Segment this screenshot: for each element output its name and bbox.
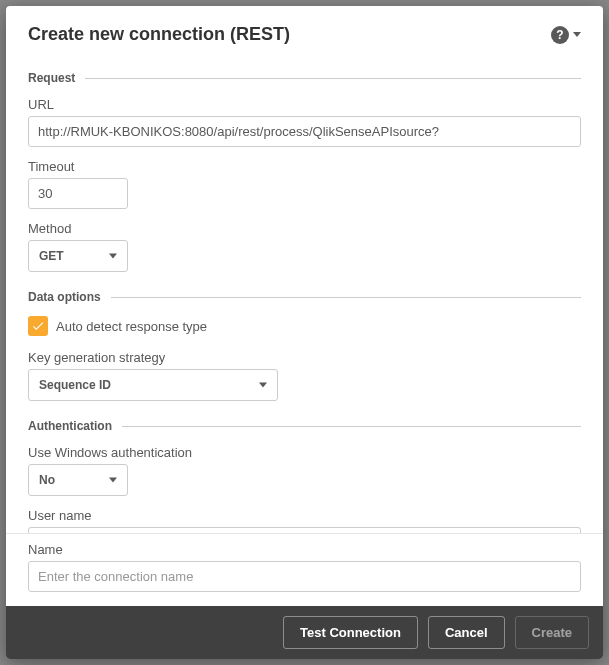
timeout-input[interactable] bbox=[28, 178, 128, 209]
section-divider bbox=[111, 297, 581, 298]
timeout-label: Timeout bbox=[28, 159, 581, 174]
url-field: URL bbox=[28, 97, 581, 147]
dialog-footer: Test Connection Cancel Create bbox=[6, 606, 603, 659]
create-button[interactable]: Create bbox=[515, 616, 589, 649]
name-section: Name bbox=[6, 533, 603, 606]
auto-detect-row: Auto detect response type bbox=[28, 316, 581, 336]
key-gen-select[interactable]: Sequence ID bbox=[28, 369, 278, 401]
chevron-down-icon bbox=[109, 254, 117, 259]
username-input[interactable] bbox=[28, 527, 581, 533]
data-options-section: Data options Auto detect response type K… bbox=[28, 290, 581, 401]
check-icon bbox=[31, 319, 45, 333]
chevron-down-icon bbox=[109, 478, 117, 483]
timeout-field: Timeout bbox=[28, 159, 581, 209]
method-label: Method bbox=[28, 221, 581, 236]
section-header-request: Request bbox=[28, 71, 581, 85]
section-divider bbox=[85, 78, 581, 79]
authentication-section: Authentication Use Windows authenticatio… bbox=[28, 419, 581, 533]
name-input[interactable] bbox=[28, 561, 581, 592]
windows-auth-label: Use Windows authentication bbox=[28, 445, 581, 460]
dialog-title: Create new connection (REST) bbox=[28, 24, 290, 45]
windows-auth-select[interactable]: No bbox=[28, 464, 128, 496]
windows-auth-value: No bbox=[39, 473, 55, 487]
key-gen-label: Key generation strategy bbox=[28, 350, 581, 365]
auto-detect-checkbox[interactable] bbox=[28, 316, 48, 336]
section-header-data-options: Data options bbox=[28, 290, 581, 304]
section-title-authentication: Authentication bbox=[28, 419, 112, 433]
auto-detect-label: Auto detect response type bbox=[56, 319, 207, 334]
help-icon: ? bbox=[551, 26, 569, 44]
section-divider bbox=[122, 426, 581, 427]
key-gen-field: Key generation strategy Sequence ID bbox=[28, 350, 581, 401]
url-label: URL bbox=[28, 97, 581, 112]
username-label: User name bbox=[28, 508, 581, 523]
test-connection-button[interactable]: Test Connection bbox=[283, 616, 418, 649]
chevron-down-icon bbox=[259, 383, 267, 388]
name-label: Name bbox=[28, 542, 581, 557]
dialog-body[interactable]: Request URL Timeout Method GET bbox=[6, 53, 603, 533]
section-header-authentication: Authentication bbox=[28, 419, 581, 433]
connection-dialog: Create new connection (REST) ? Request U… bbox=[6, 6, 603, 659]
url-input[interactable] bbox=[28, 116, 581, 147]
method-field: Method GET bbox=[28, 221, 581, 272]
method-value: GET bbox=[39, 249, 64, 263]
windows-auth-field: Use Windows authentication No bbox=[28, 445, 581, 496]
key-gen-value: Sequence ID bbox=[39, 378, 111, 392]
request-section: Request URL Timeout Method GET bbox=[28, 71, 581, 272]
cancel-button[interactable]: Cancel bbox=[428, 616, 505, 649]
section-title-data-options: Data options bbox=[28, 290, 101, 304]
chevron-down-icon bbox=[573, 32, 581, 37]
username-field: User name bbox=[28, 508, 581, 533]
dialog-header: Create new connection (REST) ? bbox=[6, 6, 603, 53]
help-dropdown[interactable]: ? bbox=[551, 26, 581, 44]
method-select[interactable]: GET bbox=[28, 240, 128, 272]
section-title-request: Request bbox=[28, 71, 75, 85]
